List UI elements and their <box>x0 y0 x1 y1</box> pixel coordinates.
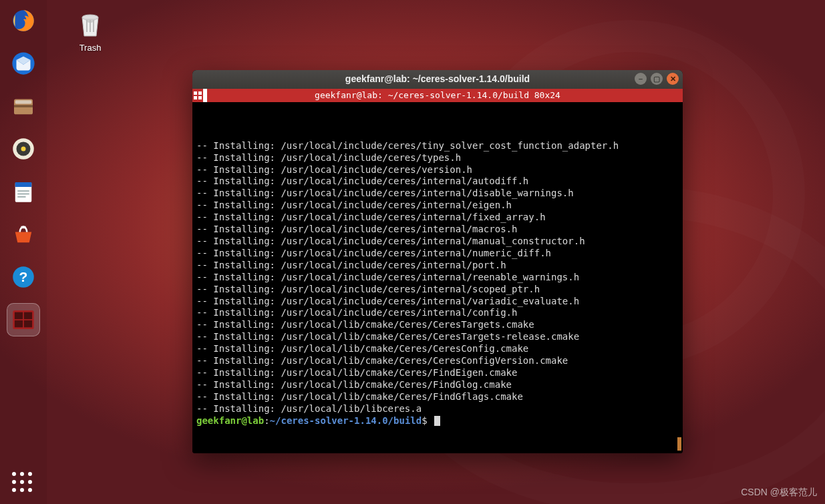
terminal-window[interactable]: geekfanr@lab: ~/ceres-solver-1.14.0/buil… <box>192 70 683 453</box>
launcher-dock: ? <box>0 0 47 504</box>
window-close-button[interactable]: ✕ <box>667 73 679 85</box>
byobu-pane-icon <box>192 89 203 102</box>
terminal-prompt[interactable]: geekfanr@lab:~/ceres-solver-1.14.0/build… <box>196 415 679 427</box>
terminal-line: -- Installing: /usr/local/lib/cmake/Cere… <box>196 355 679 367</box>
svg-rect-20 <box>24 320 32 328</box>
svg-rect-19 <box>15 320 23 328</box>
terminal-line: -- Installing: /usr/local/include/ceres/… <box>196 296 679 308</box>
byobu-status-bar: geekfanr@lab: ~/ceres-solver-1.14.0/buil… <box>192 89 683 102</box>
window-minimize-button[interactable]: – <box>635 73 647 85</box>
terminal-line: -- Installing: /usr/local/include/ceres/… <box>196 200 679 212</box>
svg-rect-13 <box>21 226 26 229</box>
svg-rect-24 <box>93 20 94 32</box>
writer-icon[interactable] <box>7 175 40 208</box>
terminal-cursor <box>434 416 440 426</box>
terminal-line: -- Installing: /usr/local/include/ceres/… <box>196 260 679 272</box>
terminal-line: -- Installing: /usr/local/lib/cmake/Cere… <box>196 367 679 379</box>
firefox-icon[interactable] <box>7 4 40 37</box>
byobu-status-text: geekfanr@lab: ~/ceres-solver-1.14.0/buil… <box>315 90 560 101</box>
svg-rect-18 <box>24 312 32 320</box>
terminal-multiplexer-icon[interactable] <box>7 303 40 336</box>
files-icon[interactable] <box>7 89 40 123</box>
terminal-line: -- Installing: /usr/local/lib/cmake/Cere… <box>196 331 679 343</box>
svg-rect-23 <box>90 20 91 32</box>
terminal-line: -- Installing: /usr/local/include/ceres/… <box>196 272 679 284</box>
show-applications-icon[interactable] <box>12 472 32 492</box>
terminal-line: -- Installing: /usr/local/include/ceres/… <box>196 164 679 176</box>
window-titlebar[interactable]: geekfanr@lab: ~/ceres-solver-1.14.0/buil… <box>192 70 683 89</box>
svg-rect-12 <box>17 196 25 198</box>
terminal-line: -- Installing: /usr/local/include/ceres/… <box>196 140 679 152</box>
svg-rect-9 <box>15 182 32 187</box>
software-icon[interactable] <box>7 218 40 251</box>
terminal-line: -- Installing: /usr/local/include/ceres/… <box>196 224 679 236</box>
svg-rect-10 <box>17 190 29 192</box>
terminal-line: -- Installing: /usr/local/include/ceres/… <box>196 152 679 164</box>
trash-desktop-icon[interactable]: Trash <box>63 8 117 53</box>
terminal-line: -- Installing: /usr/local/lib/libceres.a <box>196 403 679 415</box>
terminal-line: -- Installing: /usr/local/include/ceres/… <box>196 307 679 319</box>
svg-rect-17 <box>15 312 23 320</box>
terminal-line: -- Installing: /usr/local/include/ceres/… <box>196 176 679 188</box>
byobu-active-indicator <box>203 89 207 102</box>
terminal-line: -- Installing: /usr/local/lib/cmake/Cere… <box>196 319 679 331</box>
svg-rect-3 <box>14 105 33 107</box>
terminal-line: -- Installing: /usr/local/include/ceres/… <box>196 212 679 224</box>
svg-rect-27 <box>194 96 197 99</box>
help-icon[interactable]: ? <box>7 260 40 294</box>
svg-rect-26 <box>198 91 202 95</box>
svg-rect-22 <box>86 20 88 32</box>
terminal-line: -- Installing: /usr/local/lib/cmake/Cere… <box>196 343 679 355</box>
terminal-line: -- Installing: /usr/local/include/ceres/… <box>196 284 679 296</box>
terminal-line: -- Installing: /usr/local/lib/cmake/Cere… <box>196 391 679 403</box>
rhythmbox-icon[interactable] <box>7 132 40 166</box>
svg-text:?: ? <box>19 269 28 284</box>
svg-point-7 <box>21 147 26 152</box>
terminal-line: -- Installing: /usr/local/include/ceres/… <box>196 188 679 200</box>
terminal-line: -- Installing: /usr/local/include/ceres/… <box>196 236 679 248</box>
svg-rect-11 <box>17 194 29 195</box>
scroll-indicator <box>677 437 681 451</box>
terminal-line: -- Installing: /usr/local/lib/cmake/Cere… <box>196 379 679 391</box>
terminal-output[interactable]: -- Installing: /usr/local/include/ceres/… <box>192 102 683 453</box>
thunderbird-icon[interactable] <box>7 47 40 80</box>
window-title: geekfanr@lab: ~/ceres-solver-1.14.0/buil… <box>345 73 530 85</box>
svg-rect-25 <box>194 91 197 95</box>
prompt-path: ~/ceres-solver-1.14.0/build <box>270 415 422 426</box>
terminal-line: -- Installing: /usr/local/include/ceres/… <box>196 248 679 260</box>
window-maximize-button[interactable]: ▢ <box>651 73 663 85</box>
svg-rect-28 <box>198 96 202 99</box>
trash-label: Trash <box>63 43 117 53</box>
watermark-text: CSDN @极客范儿 <box>741 487 817 499</box>
svg-rect-4 <box>15 100 32 103</box>
prompt-user: geekfanr@lab <box>196 415 264 426</box>
